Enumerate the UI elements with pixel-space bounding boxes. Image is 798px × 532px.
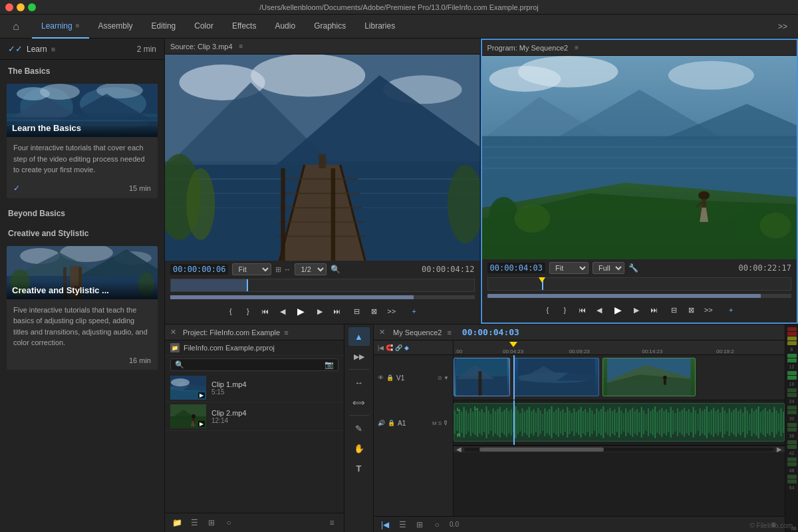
project-search-input[interactable] (187, 361, 322, 369)
tool-selection[interactable]: ▲ (348, 327, 370, 346)
source-fit-select[interactable]: Fit100% (232, 263, 271, 275)
program-lift-button[interactable]: ⊟ (666, 303, 681, 317)
tab-assembly[interactable]: Assembly (89, 15, 142, 39)
tl-audio-clip-1[interactable]: L (454, 403, 785, 442)
snap-icon[interactable]: 🧲 (386, 344, 393, 351)
tool-text[interactable]: T (348, 459, 370, 477)
timeline-scroll[interactable]: ◀ ▶ (454, 446, 785, 452)
program-add-button[interactable]: + (724, 303, 738, 317)
track-a1-eyeball-icon[interactable]: 🔊 (378, 420, 385, 426)
window-controls[interactable] (5, 3, 36, 11)
tl-video-clip-2[interactable] (513, 358, 599, 396)
source-play-button[interactable]: ▶ (293, 303, 310, 320)
program-step-fwd-button[interactable]: ▶ (629, 303, 644, 317)
timeline-settings-button[interactable]: ☰ (396, 519, 408, 531)
source-overwrite-button[interactable]: ⊠ (367, 304, 382, 319)
tab-audio[interactable]: Audio (265, 15, 305, 39)
timeline-scroll-right-icon[interactable]: ▶ (777, 446, 782, 453)
track-a1-mic-icon[interactable]: 🎙 (443, 420, 449, 426)
ruler-mark-4: 00:19:2 (716, 348, 734, 354)
source-mark-in-button[interactable]: { (223, 304, 238, 319)
tool-slip[interactable]: ⟺ (348, 393, 370, 412)
timeline-timecode[interactable]: 00:00:04:03 (462, 327, 519, 337)
program-go-out-button[interactable]: ⏭ (646, 303, 661, 317)
tl-video-clip-3[interactable] (602, 358, 695, 396)
program-duration-bar[interactable] (487, 277, 792, 291)
timeline-add-track-button[interactable]: |◀ (379, 519, 391, 531)
track-v1-collapse-icon[interactable]: ▼ (444, 375, 449, 381)
program-play-button[interactable]: ▶ (609, 301, 626, 319)
project-icon-view-button[interactable]: ⊞ (205, 516, 218, 529)
tl-video-clip-1[interactable] (454, 358, 510, 396)
source-more-button[interactable]: >> (384, 304, 399, 319)
maximize-button[interactable] (28, 3, 36, 11)
timeline-scroll-thumb[interactable] (479, 448, 603, 452)
card-creative[interactable]: Creative and Stylistic ... Five interact… (7, 246, 158, 370)
source-step-fwd-button[interactable]: ▶ (313, 304, 327, 319)
project-panel-menu-icon[interactable]: ≡ (284, 329, 288, 336)
project-panel-close-icon[interactable]: ✕ (170, 328, 176, 336)
program-step-back-button[interactable]: ◀ (592, 303, 606, 317)
program-go-in-button[interactable]: ⏮ (575, 303, 589, 317)
track-a1-lock-icon[interactable]: 🔒 (388, 420, 395, 426)
project-freeform-view-button[interactable]: ○ (222, 516, 235, 529)
program-progress-area[interactable] (487, 277, 792, 291)
source-monitor-menu-icon[interactable]: ≡ (239, 43, 243, 50)
program-timecode[interactable]: 00:00:04:03 (487, 263, 545, 273)
project-list-view-button[interactable]: ☰ (188, 516, 201, 529)
tab-learning[interactable]: Learning ≡ (32, 15, 89, 39)
track-v1-sync-icon[interactable]: ⊙ (438, 375, 442, 381)
program-monitor-menu-icon[interactable]: ≡ (575, 44, 579, 51)
program-more-button[interactable]: >> (701, 303, 716, 317)
tab-color[interactable]: Color (185, 15, 223, 39)
program-fit-select[interactable]: Fit100% (549, 262, 589, 274)
source-insert-button[interactable]: ⊟ (350, 304, 364, 319)
track-v1-eyeball-icon[interactable]: 👁 (378, 374, 384, 381)
timeline-scroll-left-icon[interactable]: ◀ (456, 446, 462, 453)
clip-item-2[interactable]: ▶ Clip 2.mp4 12:14 (165, 402, 344, 431)
tool-track-select[interactable]: ▶▶ (348, 347, 370, 366)
project-new-bin-button[interactable]: 📁 (170, 516, 184, 529)
program-wrench-icon[interactable]: 🔧 (628, 263, 638, 273)
source-mark-out-button[interactable]: } (241, 304, 255, 319)
timeline-ruler-bar[interactable]: :00 00:04:23 00:09:23 00:14:23 00:19:2 (454, 340, 785, 355)
source-timecode[interactable]: 00:00:00:06 (170, 264, 228, 275)
timeline-clips-view-button[interactable]: ⊞ (414, 519, 426, 531)
timeline-close-icon[interactable]: ✕ (379, 328, 385, 336)
timeline-scroll-track[interactable] (464, 448, 774, 452)
minimize-button[interactable] (17, 3, 25, 11)
tool-ripple[interactable]: ↔ (348, 373, 370, 392)
tab-effects[interactable]: Effects (223, 15, 265, 39)
source-zoom-select[interactable]: 1/2Full (295, 263, 327, 275)
track-a1-m-icon[interactable]: M (432, 420, 437, 426)
more-workspaces-button[interactable]: >> (773, 22, 793, 31)
source-go-out-button[interactable]: ⏭ (330, 304, 344, 319)
home-button[interactable]: ⌂ (5, 16, 27, 37)
source-go-in-button[interactable]: ⏮ (258, 304, 273, 319)
track-a1-s-icon[interactable]: S (438, 420, 442, 426)
tab-libraries[interactable]: Libraries (355, 15, 404, 39)
timeline-menu-icon[interactable]: ≡ (447, 329, 451, 336)
source-progress-area[interactable] (170, 279, 475, 292)
source-duration-bar[interactable] (170, 279, 475, 292)
program-mark-out-button[interactable]: } (557, 303, 572, 317)
program-extract-button[interactable]: ⊠ (684, 303, 698, 317)
close-button[interactable] (5, 3, 13, 11)
clip-item-1[interactable]: ▶ Clip 1.mp4 5:15 (165, 374, 344, 402)
link-icon[interactable]: 🔗 (395, 344, 402, 351)
program-mark-in-button[interactable]: { (540, 303, 555, 317)
tab-graphics[interactable]: Graphics (305, 15, 355, 39)
source-step-back-button[interactable]: ◀ (275, 304, 290, 319)
add-markers-icon[interactable]: ◆ (404, 344, 409, 351)
source-add-button[interactable]: + (407, 304, 422, 319)
track-v1-lock-icon[interactable]: 🔒 (386, 374, 394, 381)
program-quality-select[interactable]: Full1/2 (593, 262, 624, 274)
project-search-bar[interactable]: 🔍 📷 (170, 358, 338, 371)
timeline-zoom-out-button[interactable]: ○ (431, 519, 443, 531)
tool-pen[interactable]: ✎ (348, 419, 370, 438)
project-settings-icon[interactable]: ≡ (325, 516, 338, 529)
card-learn-basics[interactable]: Learn the Basics Four interactive tutori… (7, 84, 158, 198)
goto-start-icon[interactable]: |◀ (378, 344, 384, 351)
tab-editing[interactable]: Editing (142, 15, 186, 39)
tool-hand[interactable]: ✋ (348, 439, 370, 458)
